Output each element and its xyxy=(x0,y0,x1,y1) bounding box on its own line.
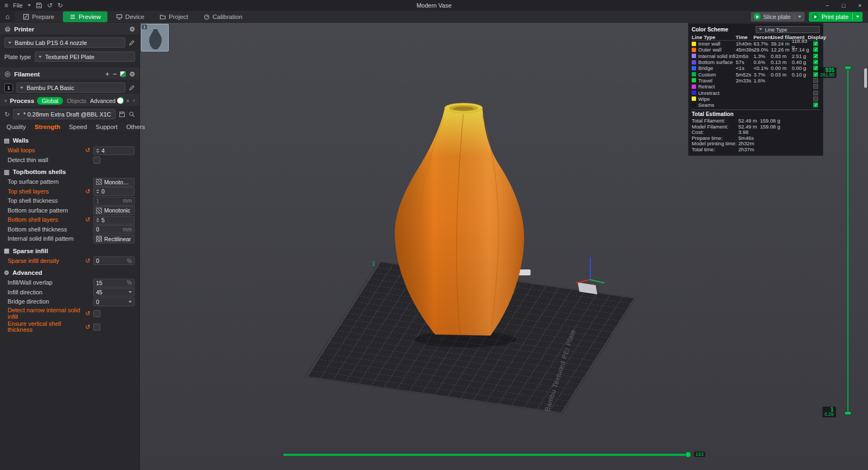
bridge-direction-input[interactable]: 0 xyxy=(93,298,135,306)
printer-edit-icon[interactable] xyxy=(129,40,135,46)
layer-slider-top-handle[interactable] xyxy=(845,66,851,69)
minimize-button[interactable]: − xyxy=(819,0,835,11)
filament-edit-icon[interactable] xyxy=(129,85,135,91)
display-checkbox[interactable] xyxy=(813,78,818,83)
layer-slider-track[interactable] xyxy=(847,68,848,415)
printer-settings-gear-icon[interactable]: ⚙ xyxy=(129,26,135,33)
slice-plate-button[interactable]: Slice plate xyxy=(751,12,805,22)
tab-project[interactable]: Project xyxy=(153,11,195,22)
search-params-icon[interactable] xyxy=(129,111,135,118)
view-type-dropdown[interactable]: Line Type xyxy=(756,26,820,33)
reset-icon[interactable]: ↺ xyxy=(85,217,91,223)
spinner-icon[interactable] xyxy=(96,189,99,194)
bottom-shell-thickness-input[interactable]: 0 mm xyxy=(93,225,135,234)
param-list-icon[interactable] xyxy=(126,98,129,104)
line-type-row: Outer wall 45m39s29.0% 12.26 m37.14 g xyxy=(692,47,820,53)
scope-global-pill[interactable]: Global xyxy=(37,97,63,105)
bottom-shell-layers-input[interactable]: 5 xyxy=(93,216,135,224)
display-checkbox[interactable] xyxy=(813,60,818,65)
tab-device[interactable]: Device xyxy=(110,11,151,22)
display-checkbox[interactable] xyxy=(813,72,818,77)
top-surface-pattern-select[interactable]: Monotonic li... xyxy=(93,178,135,186)
sync-preset-icon[interactable]: ↻ xyxy=(4,111,10,118)
move-slider-track[interactable] xyxy=(283,454,689,456)
display-checkbox[interactable] xyxy=(813,66,818,70)
estimation-row: Prepare time:5m46s xyxy=(692,135,820,141)
printer-preset-dropdown[interactable]: Bambu Lab P1S 0.4 nozzle xyxy=(4,37,125,48)
move-slider-handle[interactable] xyxy=(685,452,691,458)
undo-icon[interactable]: ↺ xyxy=(47,0,53,11)
sparse-infill-icon: ▦ xyxy=(4,248,9,254)
save-icon[interactable] xyxy=(36,2,42,9)
tab-speed[interactable]: Speed xyxy=(65,124,91,130)
advanced-toggle[interactable] xyxy=(118,97,124,104)
file-menu[interactable]: File xyxy=(13,2,23,9)
slice-dropdown-caret[interactable] xyxy=(795,16,805,18)
reset-icon[interactable]: ↺ xyxy=(85,311,91,317)
viewport-3d[interactable]: 1 Bambu Textured PEI Plate 1 xyxy=(140,23,868,470)
reset-icon[interactable]: ↺ xyxy=(85,147,91,153)
process-preset-dropdown[interactable]: * 0.28mm Extra Draft @BBL X1C xyxy=(13,109,116,119)
wall-loops-input[interactable]: 4 xyxy=(93,146,135,155)
sparse-infill-density-input[interactable]: 0 % xyxy=(93,256,135,265)
line-type-row: Bottom surface 57s0.6% 0.13 m0.40 g xyxy=(692,59,820,65)
plate-thumbnail[interactable]: 1 xyxy=(141,24,169,51)
reset-icon[interactable]: ↺ xyxy=(85,189,91,195)
internal-solid-infill-pattern-select[interactable]: Rectilinear xyxy=(93,235,135,243)
group-advanced[interactable]: ⚙ Advanced xyxy=(0,267,139,278)
spinner-icon[interactable] xyxy=(96,218,99,222)
infill-direction-input[interactable]: 45 xyxy=(93,288,135,297)
tab-preview[interactable]: Preview xyxy=(63,11,107,22)
tab-quality[interactable]: Quality xyxy=(2,124,30,130)
scope-objects-button[interactable]: Objects xyxy=(66,98,87,104)
infill-wall-overlap-input[interactable]: 15 % xyxy=(93,279,135,287)
display-checkbox[interactable] xyxy=(813,96,818,101)
spinner-icon[interactable] xyxy=(96,149,99,153)
reset-icon[interactable]: ↺ xyxy=(85,258,91,264)
viewport-scrollbar[interactable] xyxy=(864,68,867,88)
menu-icon[interactable]: ≡ xyxy=(4,0,8,11)
group-sparse-infill[interactable]: ▦ Sparse infill xyxy=(0,246,139,256)
maximize-button[interactable]: □ xyxy=(835,0,852,11)
save-preset-icon[interactable] xyxy=(119,111,125,118)
close-button[interactable]: × xyxy=(852,0,868,11)
color-scheme-title: Color Scheme xyxy=(692,27,728,33)
filament-color-swatch[interactable]: 1 xyxy=(4,83,13,92)
remove-filament-button[interactable]: − xyxy=(113,71,117,78)
display-checkbox[interactable] xyxy=(813,54,818,59)
detect-narrow-infill-checkbox[interactable] xyxy=(93,310,100,317)
layer-slider-bottom-handle[interactable] xyxy=(845,411,851,415)
print-dropdown-caret[interactable] xyxy=(853,16,863,18)
display-checkbox[interactable] xyxy=(813,84,818,89)
top-shell-thickness-input[interactable]: 1 mm xyxy=(93,197,135,205)
ensure-vertical-thickness-checkbox[interactable] xyxy=(93,324,100,331)
redo-icon[interactable]: ↻ xyxy=(58,0,63,11)
filament-settings-gear-icon[interactable]: ⚙ xyxy=(129,71,135,78)
group-walls[interactable]: ▤ Walls xyxy=(0,135,139,146)
bottom-surface-pattern-select[interactable]: Monotonic xyxy=(93,206,135,215)
print-plate-button[interactable]: Print plate xyxy=(809,12,863,22)
process-cube-icon xyxy=(4,98,7,104)
display-checkbox[interactable] xyxy=(813,91,818,95)
display-checkbox[interactable] xyxy=(813,102,818,107)
vase-model[interactable] xyxy=(395,103,524,336)
printer-section-header[interactable]: Printer ⚙ xyxy=(0,23,139,35)
flush-volumes-icon[interactable] xyxy=(120,71,126,77)
filament-section-header[interactable]: Filament + − ⚙ xyxy=(0,68,139,80)
tab-others[interactable]: Others xyxy=(122,124,150,130)
add-filament-button[interactable]: + xyxy=(105,71,110,78)
tab-calibration[interactable]: Calibration xyxy=(197,11,249,22)
plate-type-dropdown[interactable]: Textured PEI Plate xyxy=(35,51,135,62)
top-shell-layers-input[interactable]: 0 xyxy=(93,187,135,196)
filter-params-icon[interactable] xyxy=(132,98,135,104)
display-checkbox[interactable] xyxy=(813,41,818,46)
tab-strength[interactable]: Strength xyxy=(30,124,65,130)
tab-support[interactable]: Support xyxy=(91,124,122,130)
filament-preset-dropdown[interactable]: Bambu PLA Basic xyxy=(16,82,125,93)
reset-icon[interactable]: ↺ xyxy=(85,324,91,330)
group-shells[interactable]: ▥ Top/bottom shells xyxy=(0,166,139,177)
display-checkbox[interactable] xyxy=(813,47,818,52)
tab-prepare[interactable]: Prepare xyxy=(16,11,61,22)
home-tab[interactable]: ⌂ xyxy=(0,11,15,23)
detect-thin-wall-checkbox[interactable] xyxy=(93,157,100,164)
